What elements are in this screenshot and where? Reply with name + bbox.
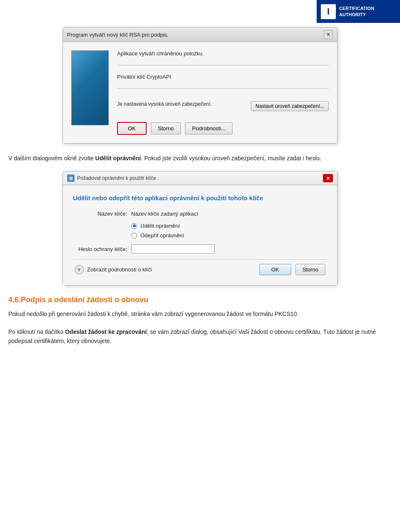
dialog2-screenshot: ⊞ Požadovat oprávnění k použití klíče ✕ …: [62, 171, 338, 286]
dialog2-radio-group: Udělit oprávnění Odepřít oprávnění: [131, 223, 184, 239]
para3-before: Po kliknutí na tlačítko: [8, 328, 65, 335]
dialog1-titlebar: Program vytváří nový klíč RSA pro podpis…: [63, 27, 337, 42]
para1-before: V dalším dialogovém okně zvolte: [8, 155, 95, 162]
dialog2-close-button[interactable]: ✕: [323, 174, 333, 182]
dialog2-klic-value: Název klíče zadaný aplikací: [131, 211, 198, 217]
dialog1-security-row: Je nastavena vysoká úroveň zabezpečení. …: [117, 101, 329, 111]
paragraph3: Po kliknutí na tlačítko Odeslat žádost k…: [8, 327, 392, 346]
para1-after: . Pokud jste zvolili vysokou úroveň zabe…: [141, 155, 321, 162]
dialog2-title-text: Požadovat oprávnění k použití klíče: [77, 175, 156, 181]
dialog1-close-button[interactable]: ✕: [324, 30, 333, 39]
paragraph2: Pokud nedošlo při generování žádosti k c…: [8, 309, 392, 318]
logo-text: CERTIFICATION AUTHORITY: [339, 5, 374, 17]
dialog2-heslo-label: Heslo ochrany klíče:: [73, 246, 127, 252]
dialog1-content: Aplikace vytváří chráněnou položku. Priv…: [117, 50, 329, 135]
paragraph1: V dalším dialogovém okně zvolte Udělit o…: [8, 154, 392, 163]
section-number: 4.6.: [8, 296, 21, 304]
dialog1-text1: Aplikace vytváří chráněnou položku.: [117, 50, 329, 57]
dialog2-klic-row: Název klíče: Název klíče zadaný aplikací: [73, 211, 327, 217]
dialog2-heslo-input[interactable]: [131, 244, 215, 254]
dialog1-details-button[interactable]: Podrobnosti...: [185, 122, 232, 134]
dialog1-cancel-button[interactable]: Storno: [151, 122, 181, 134]
dialog1-title: Program vytváří nový klíč RSA pro podpis…: [67, 32, 168, 38]
dialog1-body: Aplikace vytváří chráněnou položku. Priv…: [63, 42, 337, 143]
dialog2-titlebar: ⊞ Požadovat oprávnění k použití klíče ✕: [63, 172, 337, 185]
dialog2-radio2-row[interactable]: Odepřít oprávnění: [131, 232, 184, 239]
dialog2-radio1-label: Udělit oprávnění: [140, 223, 180, 229]
dialog1-icon: [71, 50, 109, 125]
dialog2-footer: ∨ Zobrazit podrobnosti o klíči OK Storno: [73, 259, 327, 277]
dialog2-show-details[interactable]: ∨ Zobrazit podrobnosti o klíči: [75, 265, 152, 274]
para1-bold: Udělit oprávnění: [95, 155, 141, 162]
dialog1-security-text: Je nastavena vysoká úroveň zabezpečení.: [117, 101, 242, 107]
dialog1-buttons-row: OK Storno Podrobnosti...: [117, 122, 329, 135]
dialog2-radio1-row[interactable]: Udělit oprávnění: [131, 223, 184, 229]
dialog2-show-details-text: Zobrazit podrobnosti o klíči: [87, 266, 152, 273]
dialog1-ok-button[interactable]: OK: [117, 122, 147, 135]
dialog2-title-left: ⊞ Požadovat oprávnění k použití klíče: [67, 174, 156, 182]
logo-banner: I CERTIFICATION AUTHORITY: [317, 0, 400, 23]
dialog2-heading: Udělit nebo odepřít této aplikaci oprávn…: [73, 194, 327, 202]
dialog1-text2: Privátní klíč CryptoAPI: [117, 74, 329, 80]
dialog2-radio2-label: Odepřít oprávnění: [140, 232, 184, 239]
dialog2-title-icon: ⊞: [67, 174, 75, 182]
dialog1-security-btn[interactable]: Nastavit úroveň zabezpečení...: [251, 101, 329, 111]
dialog1-separator2: [117, 88, 329, 89]
dialog2-heslo-row: Heslo ochrany klíče:: [73, 244, 327, 254]
dialog2-radio-row: Udělit oprávnění Odepřít oprávnění: [73, 223, 327, 239]
dialog2-radio1-circle[interactable]: [131, 223, 137, 229]
section-title: Podpis a odeslání žádosti o obnovu: [21, 296, 148, 304]
dialog2-klic-label: Název klíče:: [73, 211, 127, 217]
para3-bold: Odeslat žádost ke zpracování: [65, 328, 147, 335]
dialog2-cancel-button[interactable]: Storno: [295, 264, 325, 275]
dialog2-body: Udělit nebo odepřít této aplikaci oprávn…: [63, 185, 337, 285]
dialog2-chevron-button[interactable]: ∨: [75, 265, 84, 274]
dialog2-ok-button[interactable]: OK: [259, 264, 291, 275]
dialog1-separator: [117, 65, 329, 65]
dialog1-screenshot: Program vytváří nový klíč RSA pro podpis…: [62, 27, 338, 144]
dialog2-radio2-circle[interactable]: [131, 233, 137, 239]
section-heading: 4.6.Podpis a odeslání žádosti o obnovu: [8, 296, 392, 304]
dialog2-footer-buttons: OK Storno: [259, 264, 325, 275]
logo-letter: I: [321, 4, 336, 19]
